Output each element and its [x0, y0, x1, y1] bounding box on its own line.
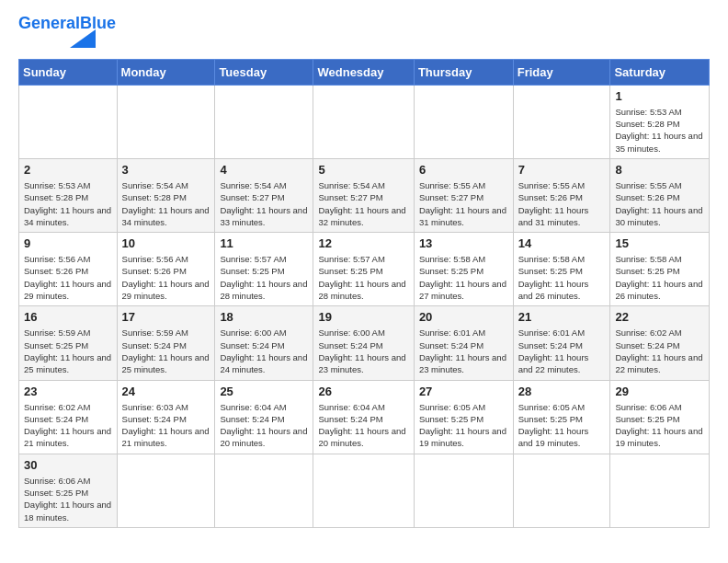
calendar-cell: [513, 454, 610, 527]
calendar-cell: 25Sunrise: 6:04 AM Sunset: 5:24 PM Dayli…: [215, 380, 313, 454]
day-info: Sunrise: 5:55 AM Sunset: 5:27 PM Dayligh…: [419, 179, 508, 228]
day-number: 4: [220, 163, 308, 177]
day-info: Sunrise: 5:56 AM Sunset: 5:26 PM Dayligh…: [122, 253, 210, 302]
day-number: 29: [615, 385, 704, 398]
day-info: Sunrise: 6:05 AM Sunset: 5:25 PM Dayligh…: [419, 401, 508, 450]
weekday-header-monday: Monday: [117, 59, 215, 85]
day-number: 18: [220, 310, 308, 324]
logo: GeneralBlue: [18, 15, 116, 52]
day-info: Sunrise: 5:57 AM Sunset: 5:25 PM Dayligh…: [318, 253, 408, 302]
calendar-cell: 21Sunrise: 6:01 AM Sunset: 5:24 PM Dayli…: [513, 306, 610, 380]
day-info: Sunrise: 6:00 AM Sunset: 5:24 PM Dayligh…: [220, 327, 308, 375]
day-info: Sunrise: 5:54 AM Sunset: 5:27 PM Dayligh…: [318, 179, 408, 228]
calendar-cell: [610, 454, 710, 527]
calendar-cell: [313, 454, 414, 527]
weekday-header-saturday: Saturday: [610, 59, 710, 85]
calendar-cell: 17Sunrise: 5:59 AM Sunset: 5:24 PM Dayli…: [117, 306, 215, 380]
day-number: 20: [419, 310, 508, 324]
day-info: Sunrise: 6:06 AM Sunset: 5:25 PM Dayligh…: [615, 401, 704, 450]
calendar-cell: [215, 454, 313, 527]
calendar-cell: 10Sunrise: 5:56 AM Sunset: 5:26 PM Dayli…: [117, 233, 215, 306]
day-number: 15: [615, 236, 704, 250]
day-number: 25: [220, 385, 308, 398]
day-number: 5: [318, 163, 408, 177]
calendar-cell: [513, 85, 610, 158]
day-info: Sunrise: 6:05 AM Sunset: 5:25 PM Dayligh…: [518, 401, 606, 450]
day-info: Sunrise: 6:01 AM Sunset: 5:24 PM Dayligh…: [419, 327, 508, 375]
calendar-cell: [414, 85, 513, 158]
calendar-cell: 16Sunrise: 5:59 AM Sunset: 5:25 PM Dayli…: [19, 306, 118, 380]
logo-text: GeneralBlue: [18, 15, 116, 33]
calendar-week-row: 23Sunrise: 6:02 AM Sunset: 5:24 PM Dayli…: [19, 380, 710, 454]
calendar-cell: 6Sunrise: 5:55 AM Sunset: 5:27 PM Daylig…: [414, 158, 513, 232]
day-info: Sunrise: 5:58 AM Sunset: 5:25 PM Dayligh…: [419, 253, 508, 302]
calendar-cell: 27Sunrise: 6:05 AM Sunset: 5:25 PM Dayli…: [414, 380, 513, 454]
calendar-week-row: 2Sunrise: 5:53 AM Sunset: 5:28 PM Daylig…: [19, 158, 710, 232]
day-info: Sunrise: 5:56 AM Sunset: 5:26 PM Dayligh…: [24, 253, 112, 302]
day-info: Sunrise: 5:57 AM Sunset: 5:25 PM Dayligh…: [220, 253, 308, 302]
weekday-header-thursday: Thursday: [414, 59, 513, 85]
calendar-cell: 18Sunrise: 6:00 AM Sunset: 5:24 PM Dayli…: [215, 306, 313, 380]
calendar-cell: [117, 454, 215, 527]
calendar-cell: 29Sunrise: 6:06 AM Sunset: 5:25 PM Dayli…: [610, 380, 710, 454]
calendar-cell: 5Sunrise: 5:54 AM Sunset: 5:27 PM Daylig…: [313, 158, 414, 232]
day-info: Sunrise: 6:06 AM Sunset: 5:25 PM Dayligh…: [24, 475, 112, 523]
weekday-header-friday: Friday: [513, 59, 610, 85]
day-number: 23: [24, 385, 112, 398]
calendar-cell: 8Sunrise: 5:55 AM Sunset: 5:26 PM Daylig…: [610, 158, 710, 232]
calendar-cell: 13Sunrise: 5:58 AM Sunset: 5:25 PM Dayli…: [414, 233, 513, 306]
calendar-cell: 24Sunrise: 6:03 AM Sunset: 5:24 PM Dayli…: [117, 380, 215, 454]
day-info: Sunrise: 5:53 AM Sunset: 5:28 PM Dayligh…: [615, 106, 704, 155]
day-number: 11: [220, 236, 308, 250]
calendar-cell: 3Sunrise: 5:54 AM Sunset: 5:28 PM Daylig…: [117, 158, 215, 232]
day-info: Sunrise: 5:53 AM Sunset: 5:28 PM Dayligh…: [24, 179, 112, 228]
day-number: 8: [615, 163, 704, 177]
day-number: 19: [318, 310, 408, 324]
calendar-cell: 9Sunrise: 5:56 AM Sunset: 5:26 PM Daylig…: [19, 233, 118, 306]
day-info: Sunrise: 5:55 AM Sunset: 5:26 PM Dayligh…: [615, 179, 704, 228]
calendar-week-row: 1Sunrise: 5:53 AM Sunset: 5:28 PM Daylig…: [19, 85, 710, 158]
calendar-week-row: 16Sunrise: 5:59 AM Sunset: 5:25 PM Dayli…: [19, 306, 710, 380]
day-info: Sunrise: 5:54 AM Sunset: 5:27 PM Dayligh…: [220, 179, 308, 228]
calendar-cell: [117, 85, 215, 158]
day-info: Sunrise: 5:54 AM Sunset: 5:28 PM Dayligh…: [122, 179, 210, 228]
calendar-cell: [19, 85, 118, 158]
day-number: 28: [518, 385, 606, 398]
calendar-cell: 30Sunrise: 6:06 AM Sunset: 5:25 PM Dayli…: [19, 454, 118, 527]
day-number: 9: [24, 236, 112, 250]
day-info: Sunrise: 5:58 AM Sunset: 5:25 PM Dayligh…: [615, 253, 704, 302]
day-info: Sunrise: 6:00 AM Sunset: 5:24 PM Dayligh…: [318, 327, 408, 375]
calendar-cell: 1Sunrise: 5:53 AM Sunset: 5:28 PM Daylig…: [610, 85, 710, 158]
day-number: 14: [518, 236, 606, 250]
svg-marker-0: [70, 29, 96, 48]
day-number: 26: [318, 385, 408, 398]
day-number: 7: [518, 163, 606, 177]
day-number: 30: [24, 458, 112, 472]
day-number: 6: [419, 163, 508, 177]
calendar-cell: 14Sunrise: 5:58 AM Sunset: 5:25 PM Dayli…: [513, 233, 610, 306]
calendar-cell: 23Sunrise: 6:02 AM Sunset: 5:24 PM Dayli…: [19, 380, 118, 454]
calendar-cell: 20Sunrise: 6:01 AM Sunset: 5:24 PM Dayli…: [414, 306, 513, 380]
day-number: 12: [318, 236, 408, 250]
day-info: Sunrise: 6:03 AM Sunset: 5:24 PM Dayligh…: [122, 401, 210, 450]
day-number: 24: [122, 385, 210, 398]
header: GeneralBlue: [18, 15, 710, 52]
calendar-cell: 12Sunrise: 5:57 AM Sunset: 5:25 PM Dayli…: [313, 233, 414, 306]
weekday-header-row: SundayMondayTuesdayWednesdayThursdayFrid…: [19, 59, 710, 85]
calendar-cell: 2Sunrise: 5:53 AM Sunset: 5:28 PM Daylig…: [19, 158, 118, 232]
calendar-cell: [313, 85, 414, 158]
day-info: Sunrise: 5:58 AM Sunset: 5:25 PM Dayligh…: [518, 253, 606, 302]
day-number: 21: [518, 310, 606, 324]
day-number: 2: [24, 163, 112, 177]
day-number: 16: [24, 310, 112, 324]
day-number: 17: [122, 310, 210, 324]
calendar-cell: 26Sunrise: 6:04 AM Sunset: 5:24 PM Dayli…: [313, 380, 414, 454]
weekday-header-wednesday: Wednesday: [313, 59, 414, 85]
day-number: 22: [615, 310, 704, 324]
weekday-header-sunday: Sunday: [19, 59, 118, 85]
day-info: Sunrise: 6:02 AM Sunset: 5:24 PM Dayligh…: [24, 401, 112, 450]
day-info: Sunrise: 6:01 AM Sunset: 5:24 PM Dayligh…: [518, 327, 606, 375]
day-info: Sunrise: 5:55 AM Sunset: 5:26 PM Dayligh…: [518, 179, 606, 228]
day-info: Sunrise: 5:59 AM Sunset: 5:24 PM Dayligh…: [122, 327, 210, 375]
calendar-cell: 28Sunrise: 6:05 AM Sunset: 5:25 PM Dayli…: [513, 380, 610, 454]
